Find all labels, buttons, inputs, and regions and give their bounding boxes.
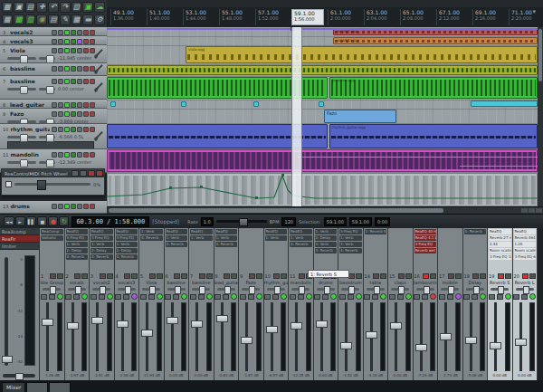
solo-button[interactable] [90,102,95,108]
fader-thumb[interactable] [241,337,252,344]
strip-fx-list[interactable] [438,228,462,272]
media-item[interactable]: Fazo [324,110,396,123]
strip-fx-list[interactable]: ReaEQ3-Freq EQ1: Verb2: Delay4: Reverb [65,228,90,272]
fx-button[interactable] [73,294,80,300]
solo-button[interactable] [131,273,138,279]
track-panel[interactable]: 9 Fazo -3.869 center [0,109,107,124]
toolbar-button-icon[interactable]: ▦ [2,2,13,13]
media-item[interactable]: vocals3.ogg [333,37,538,44]
pan-slider[interactable] [291,288,310,291]
media-item[interactable] [107,173,538,206]
pan-slider[interactable] [367,288,385,291]
mixer-strip[interactable]: ReaEQ1: Verb 7 bassline [189,228,214,380]
pan-slider[interactable] [118,288,136,291]
docker-tab[interactable]: Mixer [2,382,25,392]
pan-slider-thumb[interactable] [448,286,454,294]
volume-slider-thumb[interactable] [20,159,28,167]
fader-thumb[interactable] [440,333,452,340]
io-button[interactable] [439,294,445,300]
pitch-wheel-thumb[interactable] [37,180,46,190]
pan-slider-thumb[interactable] [149,286,156,294]
io-button[interactable] [364,294,370,300]
fx-slot[interactable]: ReaEQ [290,229,312,234]
horizontal-scrollbar-thumb[interactable] [109,208,443,213]
fx-button[interactable] [322,294,329,300]
track-buttons[interactable] [52,30,95,35]
fx-slot[interactable]: 3-Freq EQ [414,242,437,247]
fx-slot[interactable]: ReaEQ 40 Hz [414,229,437,234]
record-arm-button[interactable] [281,293,287,300]
track-name[interactable]: bassline [10,65,50,72]
track-button[interactable] [58,152,63,158]
strip-fx-list[interactable]: 3-Freq EQ1: Verb3: Verb4: Reverb [338,228,363,272]
strip-fx-list[interactable]: ReaEQReverb 464 ms1.20Room scaling3-Freq… [513,228,538,272]
pan-slider-thumb[interactable] [50,286,56,294]
fx-button[interactable] [397,294,404,300]
fx-button[interactable] [472,294,478,300]
io-button[interactable] [240,294,246,300]
fx-slot[interactable]: 2: Delay [66,248,89,253]
media-item[interactable] [181,101,186,107]
fx-slot[interactable]: ReaEQ [90,229,113,234]
fx-slot[interactable]: 1: Verb [315,229,338,234]
fx-slot[interactable]: 4: Reverb [116,254,138,260]
bpm-value[interactable]: 120 [281,217,296,226]
env-button[interactable] [71,79,76,84]
track-name[interactable]: mandolin [10,151,50,158]
fader-thumb[interactable] [216,315,228,322]
track-buttons[interactable] [52,102,95,108]
track-button[interactable] [52,79,57,84]
rate-slider-thumb[interactable] [239,218,248,226]
mixer-strip[interactable]: ReaEQ1: Verb 10 rhythm_guitar [264,228,290,380]
strip-name[interactable]: claps [388,280,413,286]
strip-name[interactable]: Fazo [239,280,263,286]
track-buttons[interactable] [52,66,95,72]
io-button[interactable] [190,294,196,300]
track-button[interactable] [52,39,57,44]
record-arm-button[interactable] [231,293,237,300]
master-fader[interactable] [5,257,8,366]
toolbar-button-icon[interactable]: ↶ [48,2,59,13]
strip-fader[interactable] [289,301,313,373]
fader-thumb[interactable] [316,320,328,328]
vertical-scrollbar-thumb[interactable] [538,29,542,81]
pan-slider[interactable] [466,288,484,291]
toolbar-button-icon[interactable]: ✚ [36,2,47,13]
fx-slot[interactable]: 4: Reverb [90,254,113,260]
pan-slider-thumb[interactable] [249,286,255,294]
master-fx-slot[interactable]: limiter [0,243,39,250]
fx-button[interactable] [272,294,279,300]
mute-button[interactable] [224,273,230,279]
io-button[interactable] [339,294,346,300]
strip-name[interactable]: Delay [463,280,488,286]
io-button[interactable] [140,294,147,300]
mixer-strip[interactable]: 1: Reverb S 14 tabla [364,228,389,380]
mixer-strip[interactable]: ReaEQ3-Freq EQ1: Verb2: Delay4: Reverb 4… [115,228,140,380]
strip-fx-list[interactable]: ReaCompValhalla [40,228,64,272]
fx-button[interactable] [99,294,105,300]
ruler-tick[interactable]: 63.1.00 2:04.000 [364,9,387,25]
track-name[interactable]: Viola [10,47,50,53]
rate-value[interactable]: 1.0 [201,217,214,226]
docker-tab[interactable] [26,382,48,392]
track-name[interactable]: rhythm_guitar [10,126,50,132]
transport-button[interactable]: ■ [37,216,47,226]
fx-slot[interactable]: 4: Reverb [464,229,487,234]
fx-button[interactable] [173,294,179,300]
mixer-strip[interactable]: ReaEQ1: Verb4: Reverb 6 bassline [165,228,190,380]
pan-slider-thumb[interactable] [473,286,480,294]
solo-button[interactable] [380,273,386,279]
fx-slot[interactable]: ReaEQ [514,229,537,234]
fx-button[interactable] [198,294,205,300]
media-item[interactable] [107,65,538,75]
transport-button[interactable]: ↻ [59,216,69,226]
selection-length[interactable]: 0:00 [375,217,390,226]
pan-slider[interactable] [391,288,409,291]
ruler-menu-arrow-icon[interactable]: ▾ [532,8,536,15]
strip-fader[interactable] [388,301,413,373]
solo-button[interactable] [505,273,511,279]
strip-fx-list[interactable]: ReaEQ1: Verb4: Reverb [289,228,313,272]
record-arm-button[interactable] [430,293,436,300]
pan-slider-thumb[interactable] [224,286,231,294]
solo-button[interactable] [529,273,536,279]
